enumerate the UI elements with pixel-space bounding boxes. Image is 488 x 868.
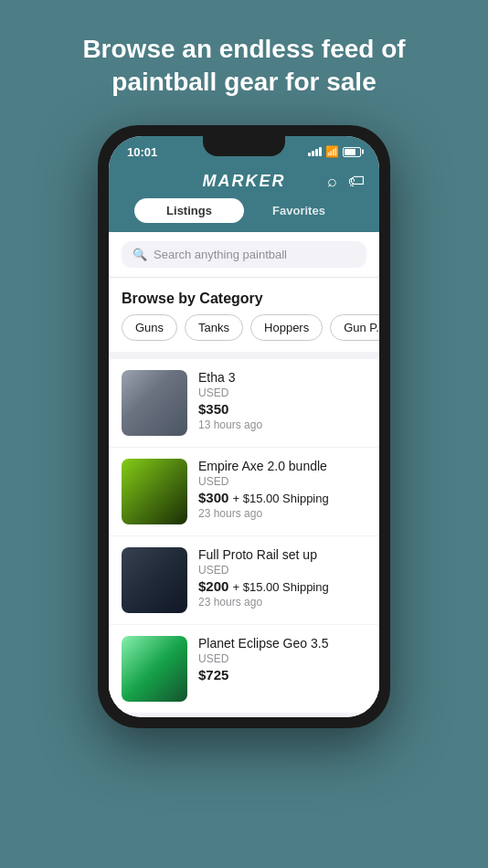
listing-info: Etha 3 USED $350 13 hours ago bbox=[198, 370, 366, 436]
tab-listings[interactable]: Listings bbox=[134, 198, 244, 223]
listing-price: $725 bbox=[198, 667, 366, 683]
search-icon[interactable]: ⌕ bbox=[327, 172, 337, 191]
status-icons: 📶 bbox=[308, 145, 361, 158]
listing-price: $300 + $15.00 Shipping bbox=[198, 490, 366, 505]
category-guns[interactable]: Guns bbox=[122, 314, 177, 341]
app-header-top: MARKER ⌕ 🏷 bbox=[123, 172, 365, 198]
listing-condition: USED bbox=[198, 564, 366, 577]
tab-favorites[interactable]: Favorites bbox=[244, 198, 354, 223]
listing-item[interactable]: Etha 3 USED $350 13 hours ago bbox=[109, 359, 379, 448]
phone-frame: 10:01 📶 MARKER ⌕ 🏷 bbox=[98, 125, 390, 728]
phone-screen: 10:01 📶 MARKER ⌕ 🏷 bbox=[109, 136, 379, 717]
category-hoppers[interactable]: Hoppers bbox=[250, 314, 323, 341]
section-header: Browse by Category bbox=[109, 278, 379, 314]
category-gunp[interactable]: Gun P... bbox=[330, 314, 379, 341]
content-area: 🔍 Search anything paintball Browse by Ca… bbox=[109, 232, 379, 717]
search-container: 🔍 Search anything paintball bbox=[109, 232, 379, 278]
listing-condition: USED bbox=[198, 475, 366, 488]
phone-notch bbox=[203, 136, 285, 156]
listing-item[interactable]: Full Proto Rail set up USED $200 + $15.0… bbox=[109, 536, 379, 625]
listing-name: Etha 3 bbox=[198, 370, 366, 385]
hero-title: Browse an endless feed of paintball gear… bbox=[0, 0, 488, 125]
listing-condition: USED bbox=[198, 652, 366, 665]
tab-bar: Listings Favorites bbox=[123, 198, 365, 232]
listing-name: Empire Axe 2.0 bundle bbox=[198, 459, 366, 473]
categories-scroll: Guns Tanks Hoppers Gun P... bbox=[109, 314, 379, 352]
signal-bars-icon bbox=[308, 147, 322, 156]
listing-item[interactable]: Empire Axe 2.0 bundle USED $300 + $15.00… bbox=[109, 448, 379, 536]
status-time: 10:01 bbox=[127, 145, 157, 159]
listing-image-proto bbox=[122, 547, 187, 613]
category-tanks[interactable]: Tanks bbox=[185, 314, 243, 341]
listing-condition: USED bbox=[198, 386, 366, 399]
listing-name: Full Proto Rail set up bbox=[198, 547, 366, 562]
search-bar[interactable]: 🔍 Search anything paintball bbox=[122, 241, 366, 268]
listing-shipping: + $15.00 Shipping bbox=[233, 580, 329, 594]
listing-item[interactable]: Planet Eclipse Geo 3.5 USED $725 bbox=[109, 625, 379, 714]
listing-image-etha bbox=[122, 370, 187, 436]
listing-time: 23 hours ago bbox=[198, 507, 366, 520]
header-icons: ⌕ 🏷 bbox=[327, 172, 365, 191]
listing-image-empire bbox=[122, 459, 187, 524]
listing-time: 23 hours ago bbox=[198, 596, 366, 609]
listing-shipping: + $15.00 Shipping bbox=[233, 492, 329, 505]
listing-price: $350 bbox=[198, 401, 366, 417]
listing-image-planet bbox=[122, 636, 187, 702]
listing-info: Planet Eclipse Geo 3.5 USED $725 bbox=[198, 636, 366, 702]
listing-time: 13 hours ago bbox=[198, 418, 366, 431]
search-inner-icon: 🔍 bbox=[133, 248, 147, 261]
app-header: MARKER ⌕ 🏷 Listings Favorites bbox=[109, 164, 379, 232]
listing-info: Full Proto Rail set up USED $200 + $15.0… bbox=[198, 547, 366, 613]
tag-icon[interactable]: 🏷 bbox=[348, 172, 365, 191]
search-placeholder: Search anything paintball bbox=[154, 248, 287, 261]
listing-info: Empire Axe 2.0 bundle USED $300 + $15.00… bbox=[198, 459, 366, 524]
listing-name: Planet Eclipse Geo 3.5 bbox=[198, 636, 366, 651]
listing-price: $200 + $15.00 Shipping bbox=[198, 578, 366, 594]
app-title: MARKER bbox=[203, 172, 286, 191]
wifi-icon: 📶 bbox=[325, 145, 339, 158]
browse-category-title: Browse by Category bbox=[122, 291, 263, 306]
listings-container: Etha 3 USED $350 13 hours ago Empire Axe… bbox=[109, 359, 379, 714]
battery-icon bbox=[343, 147, 361, 157]
battery-fill bbox=[345, 149, 355, 155]
